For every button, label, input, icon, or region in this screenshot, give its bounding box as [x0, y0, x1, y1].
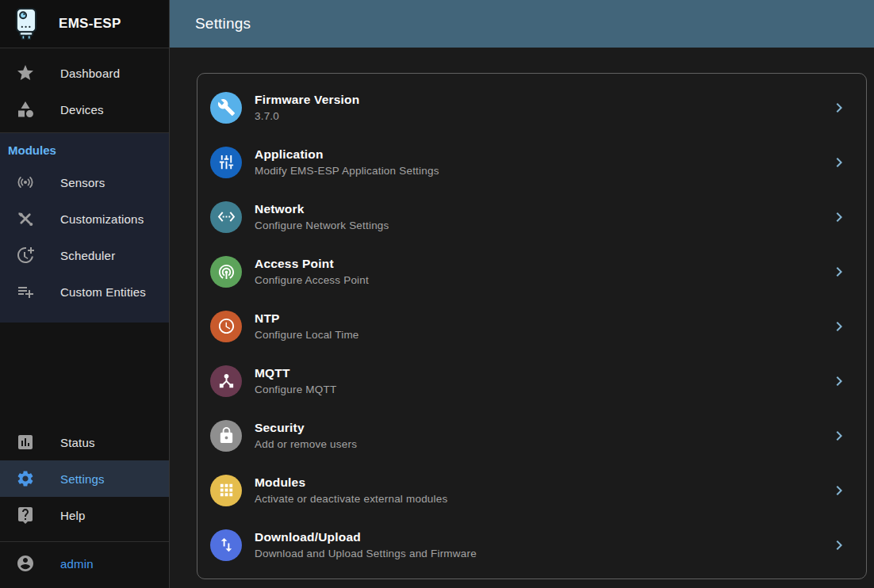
- item-subtitle: Add or remove users: [255, 438, 357, 450]
- sidebar-item-label: Devices: [60, 103, 104, 116]
- topbar: Settings: [170, 0, 874, 48]
- device-hub-icon: [210, 365, 242, 397]
- sidebar-user-section: admin: [0, 541, 169, 588]
- content-area: Firmware Version 3.7.0 Application Modif…: [170, 48, 874, 588]
- settings-list: Firmware Version 3.7.0 Application Modif…: [197, 80, 866, 572]
- list-item-security[interactable]: Security Add or remove users: [197, 408, 866, 463]
- item-subtitle: Configure Local Time: [255, 329, 359, 341]
- sidebar-header: EMS-ESP: [0, 0, 169, 48]
- item-title: Modules: [255, 475, 447, 490]
- assessment-icon: [16, 433, 35, 452]
- sidebar-item-settings[interactable]: Settings: [0, 460, 169, 497]
- apps-grid-icon: [210, 475, 242, 506]
- lock-icon: [210, 420, 242, 452]
- playlist-add-icon: [16, 282, 35, 301]
- main-area: Settings Firmware Version 3.7.0: [170, 0, 874, 588]
- chevron-right-icon: [830, 153, 849, 172]
- chevron-right-icon: [830, 317, 849, 336]
- import-export-icon: [210, 529, 242, 561]
- list-item-download-upload[interactable]: Download/Upload Download and Upload Sett…: [197, 517, 866, 572]
- sidebar-item-sensors[interactable]: Sensors: [0, 164, 169, 200]
- sidebar-item-label: Help: [60, 509, 86, 522]
- item-title: Network: [255, 202, 389, 216]
- modules-section-heading: Modules: [0, 133, 169, 164]
- item-title: Security: [255, 421, 357, 435]
- chevron-right-icon: [830, 481, 849, 500]
- sidebar-item-label: Custom Entities: [60, 285, 146, 299]
- chevron-right-icon: [830, 98, 849, 117]
- list-item-access-point[interactable]: Access Point Configure Access Point: [197, 244, 866, 299]
- list-item-application[interactable]: Application Modify EMS-ESP Application S…: [197, 135, 866, 189]
- chevron-right-icon: [830, 426, 849, 445]
- sidebar-modules-section: Modules Sensors: [0, 132, 169, 323]
- wifi-tethering-icon: [210, 256, 242, 288]
- account-circle-icon: [16, 554, 35, 573]
- item-title: Download/Upload: [255, 530, 477, 544]
- list-item-mqtt[interactable]: MQTT Configure MQTT: [197, 353, 866, 408]
- item-title: NTP: [255, 311, 359, 326]
- live-help-icon: [16, 506, 35, 525]
- clock-icon: [210, 311, 242, 342]
- wrench-icon: [210, 92, 242, 124]
- list-item-network[interactable]: Network Configure Network Settings: [197, 189, 866, 244]
- list-item-modules[interactable]: Modules Activate or deactivate external …: [197, 463, 866, 517]
- tune-icon: [210, 147, 242, 178]
- chevron-right-icon: [830, 262, 849, 281]
- list-item-ntp[interactable]: NTP Configure Local Time: [197, 299, 866, 353]
- sidebar-item-dashboard[interactable]: Dashboard: [0, 55, 169, 91]
- item-subtitle: Configure Network Settings: [255, 220, 389, 231]
- item-subtitle: Modify EMS-ESP Application Settings: [255, 165, 439, 177]
- item-title: Application: [255, 147, 439, 162]
- chevron-right-icon: [830, 372, 849, 391]
- category-icon: [16, 100, 35, 119]
- construction-icon: [16, 209, 35, 228]
- chevron-right-icon: [830, 208, 849, 227]
- item-title: Access Point: [255, 257, 369, 271]
- sidebar-item-label: Customizations: [60, 212, 144, 226]
- sidebar-item-admin[interactable]: admin: [0, 545, 169, 582]
- sidebar-item-label: Scheduler: [60, 249, 115, 262]
- sidebar-item-label: Settings: [60, 472, 105, 486]
- sidebar-item-custom-entities[interactable]: Custom Entities: [0, 273, 169, 310]
- list-item-firmware-version[interactable]: Firmware Version 3.7.0: [197, 80, 866, 135]
- sidebar-item-status[interactable]: Status: [0, 424, 169, 460]
- sidebar-item-help[interactable]: Help: [0, 497, 169, 533]
- chevron-right-icon: [830, 536, 849, 555]
- item-title: MQTT: [255, 366, 336, 380]
- signed-in-user: admin: [60, 557, 94, 571]
- sidebar-nav-top: Dashboard Devices: [0, 48, 169, 132]
- item-title: Firmware Version: [255, 93, 359, 107]
- ems-esp-app: EMS-ESP Dashboard Devices Modules: [0, 0, 874, 588]
- star-icon: [16, 63, 35, 82]
- sidebar-nav-bottom: Status Settings Help: [0, 424, 169, 533]
- sensors-icon: [16, 173, 35, 192]
- page-title: Settings: [195, 15, 251, 32]
- item-subtitle: Activate or deactivate external modules: [255, 493, 447, 505]
- settings-ethernet-icon: [210, 201, 242, 233]
- sidebar-item-scheduler[interactable]: Scheduler: [0, 237, 169, 273]
- gear-icon: [16, 469, 35, 488]
- settings-card: Firmware Version 3.7.0 Application Modif…: [197, 73, 867, 579]
- more-time-icon: [16, 246, 35, 265]
- sidebar-item-label: Sensors: [60, 176, 105, 189]
- item-subtitle: Configure MQTT: [255, 384, 336, 395]
- sidebar-item-devices[interactable]: Devices: [0, 91, 169, 128]
- app-title: EMS-ESP: [59, 16, 121, 32]
- sidebar-item-customizations[interactable]: Customizations: [0, 200, 169, 237]
- item-subtitle: Configure Access Point: [255, 274, 369, 286]
- sidebar-item-label: Dashboard: [60, 67, 120, 80]
- item-subtitle: 3.7.0: [255, 110, 359, 122]
- sidebar: EMS-ESP Dashboard Devices Modules: [0, 0, 170, 588]
- item-subtitle: Download and Upload Settings and Firmwar…: [255, 548, 477, 559]
- boiler-logo-icon: [11, 7, 41, 40]
- sidebar-item-label: Status: [60, 436, 95, 449]
